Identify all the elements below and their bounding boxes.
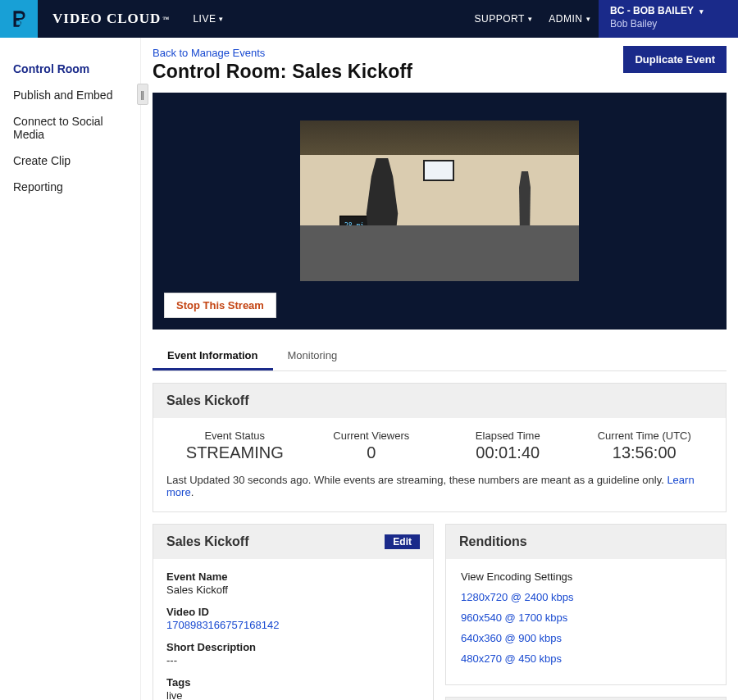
status-elapsed-value: 00:01:40 <box>440 443 576 462</box>
top-nav: LIVE▾ SUPPORT▾ ADMIN▾ <box>184 0 599 38</box>
status-viewers-value: 0 <box>303 443 440 462</box>
status-event-status-value: STREAMING <box>166 443 303 462</box>
player-panel: 28 mi Stop This Stream <box>153 93 727 330</box>
sidebar-item-control-room[interactable]: Control Room <box>13 56 129 82</box>
sidebar-item-reporting[interactable]: Reporting <box>13 174 129 200</box>
rendition-link[interactable]: 480x270 @ 450 kbps <box>461 652 711 665</box>
status-utc-value: 13:56:00 <box>576 443 713 462</box>
rendition-link[interactable]: 640x360 @ 900 kbps <box>461 632 711 644</box>
field-tags-value: live <box>166 689 420 700</box>
account-switcher[interactable]: BC - BOB BAILEY ▾ Bob Bailey <box>599 0 738 38</box>
stage-screen-icon <box>423 160 454 181</box>
brand-logo-icon[interactable] <box>0 0 38 38</box>
rendition-link[interactable]: 1280x720 @ 2400 kbps <box>461 591 711 603</box>
sidebar-item-social-media[interactable]: Connect to Social Media <box>13 108 129 148</box>
chevron-down-icon: ▾ <box>219 15 224 23</box>
status-viewers-label: Current Viewers <box>303 430 440 442</box>
stop-stream-button[interactable]: Stop This Stream <box>164 293 276 318</box>
back-link[interactable]: Back to Manage Events <box>153 47 265 59</box>
field-video-id-label: Video ID <box>166 606 420 618</box>
rendition-link[interactable]: 960x540 @ 1700 kbps <box>461 611 711 624</box>
sidebar-item-publish-embed[interactable]: Publish and Embed <box>13 82 129 108</box>
chevron-down-icon: ▾ <box>586 15 591 23</box>
topbar: VIDEO CLOUD™ LIVE▾ SUPPORT▾ ADMIN▾ BC - … <box>0 0 738 38</box>
edit-event-button[interactable]: Edit <box>385 534 420 549</box>
chevron-down-icon: ▾ <box>699 7 704 16</box>
field-event-name-value: Sales Kickoff <box>166 584 420 596</box>
rtmp-card: RTMP <box>445 697 727 700</box>
nav-support[interactable]: SUPPORT▾ <box>467 0 541 38</box>
field-tags-label: Tags <box>166 676 420 689</box>
status-card: Sales Kickoff Event Status STREAMING Cur… <box>153 383 727 512</box>
brand-name: VIDEO CLOUD™ <box>38 0 184 38</box>
renditions-subhead: View Encoding Settings <box>461 570 711 583</box>
status-elapsed-label: Elapsed Time <box>440 430 576 442</box>
tab-event-information[interactable]: Event Information <box>153 341 273 370</box>
stage-monitor-icon: 28 mi <box>339 216 369 235</box>
field-event-name-label: Event Name <box>166 570 420 583</box>
tabs: Event Information Monitoring <box>153 341 727 371</box>
presenter-right-icon <box>517 171 533 235</box>
field-video-id-value[interactable]: 1708983166757168142 <box>166 619 420 631</box>
sidebar: Control Room Publish and Embed Connect t… <box>0 38 141 700</box>
field-short-desc-label: Short Description <box>166 641 420 653</box>
renditions-title: Renditions <box>446 525 726 559</box>
renditions-card: Renditions View Encoding Settings 1280x7… <box>445 524 727 685</box>
sidebar-collapse-handle[interactable]: ‖ <box>137 84 148 105</box>
field-short-desc-value: --- <box>166 654 420 666</box>
status-utc-label: Current Time (UTC) <box>576 430 713 442</box>
sidebar-item-create-clip[interactable]: Create Clip <box>13 148 129 174</box>
tab-monitoring[interactable]: Monitoring <box>273 341 353 370</box>
video-player[interactable]: 28 mi <box>300 120 579 281</box>
duplicate-event-button[interactable]: Duplicate Event <box>623 46 727 73</box>
status-event-status-label: Event Status <box>166 430 303 442</box>
content: Back to Manage Events Control Room: Sale… <box>141 38 738 700</box>
nav-admin[interactable]: ADMIN▾ <box>540 0 599 38</box>
page-title: Control Room: Sales Kickoff <box>153 61 623 83</box>
status-note: Last Updated 30 seconds ago. While event… <box>153 467 726 511</box>
nav-live[interactable]: LIVE▾ <box>184 0 232 38</box>
chevron-down-icon: ▾ <box>528 15 533 23</box>
status-card-title: Sales Kickoff <box>153 384 726 418</box>
event-details-card: Sales Kickoff Edit Event Name Sales Kick… <box>153 524 434 700</box>
account-user: Bob Bailey <box>610 18 708 30</box>
event-details-title: Sales Kickoff <box>166 534 248 549</box>
